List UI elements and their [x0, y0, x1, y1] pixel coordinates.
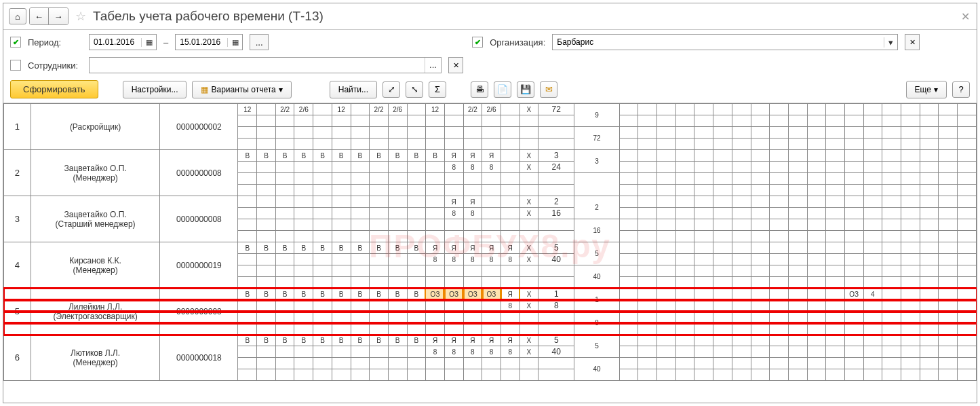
extra-cell[interactable] [675, 312, 694, 323]
extra-cell[interactable] [694, 254, 713, 265]
day-cell[interactable]: Я [501, 242, 520, 254]
day-cell[interactable] [275, 139, 294, 150]
more-button[interactable]: Еще ▾ [906, 81, 947, 98]
day-cell[interactable] [426, 277, 445, 289]
day-cell[interactable] [294, 358, 313, 369]
day-cell[interactable] [444, 185, 463, 196]
extra-cell[interactable] [844, 277, 863, 289]
day-cell[interactable] [351, 185, 370, 196]
extra-cell[interactable] [901, 277, 920, 289]
day-cell[interactable] [351, 219, 370, 231]
day-cell[interactable]: 8 [501, 300, 520, 312]
extra-cell[interactable] [788, 173, 807, 185]
extra-cell[interactable] [657, 358, 676, 369]
day-cell[interactable] [463, 173, 482, 185]
day-cell[interactable] [520, 265, 538, 277]
extra-cell[interactable] [826, 358, 845, 369]
day-cell[interactable] [388, 115, 407, 127]
extra-cell[interactable] [694, 219, 713, 231]
day-cell[interactable] [370, 346, 389, 358]
extra-cell[interactable] [863, 139, 882, 150]
extra-cell[interactable] [732, 185, 751, 196]
extra-cell[interactable] [863, 196, 882, 208]
day-cell[interactable]: В [313, 289, 332, 300]
day-cell[interactable]: 2/2 [463, 104, 482, 115]
extra-cell[interactable] [882, 277, 901, 289]
extra-cell[interactable] [920, 219, 939, 231]
extra-cell[interactable] [807, 185, 826, 196]
day-cell[interactable]: В [407, 335, 426, 346]
extra-cell[interactable] [882, 289, 901, 300]
day-cell[interactable] [313, 208, 332, 219]
extra-cell[interactable] [732, 335, 751, 346]
extra-cell[interactable] [882, 312, 901, 323]
extra-cell[interactable] [939, 208, 958, 219]
extra-cell[interactable] [920, 196, 939, 208]
extra-cell[interactable] [788, 335, 807, 346]
extra-cell[interactable] [770, 162, 789, 173]
day-cell[interactable]: В [388, 150, 407, 162]
day-cell[interactable] [275, 185, 294, 196]
extra-cell[interactable] [957, 104, 976, 115]
day-cell[interactable] [463, 127, 482, 139]
extra-cell[interactable] [751, 162, 770, 173]
day-cell[interactable]: Я [463, 242, 482, 254]
day-cell[interactable]: В [388, 242, 407, 254]
day-cell[interactable]: В [275, 150, 294, 162]
extra-cell[interactable] [844, 358, 863, 369]
day-cell[interactable] [444, 265, 463, 277]
day-cell[interactable] [520, 323, 538, 335]
day-cell[interactable]: В [294, 150, 313, 162]
day-cell[interactable]: 12 [426, 104, 445, 115]
day-cell[interactable] [388, 369, 407, 381]
day-cell[interactable]: 12 [238, 104, 257, 115]
day-cell[interactable] [351, 115, 370, 127]
extra-cell[interactable] [713, 219, 732, 231]
day-cell[interactable] [275, 358, 294, 369]
preview-icon[interactable]: 📄 [494, 81, 511, 98]
day-cell[interactable] [370, 139, 389, 150]
extra-cell[interactable] [826, 208, 845, 219]
extra-cell[interactable] [901, 185, 920, 196]
day-cell[interactable] [463, 219, 482, 231]
extra-cell[interactable] [863, 254, 882, 265]
extra-cell[interactable] [882, 208, 901, 219]
extra-cell[interactable] [957, 323, 976, 335]
day-cell[interactable]: В [388, 335, 407, 346]
day-cell[interactable] [407, 196, 426, 208]
extra-cell[interactable] [863, 185, 882, 196]
day-cell[interactable] [238, 115, 257, 127]
extra-cell[interactable] [920, 323, 939, 335]
day-cell[interactable] [332, 254, 351, 265]
day-cell[interactable] [463, 139, 482, 150]
extra-cell[interactable] [751, 242, 770, 254]
day-cell[interactable] [426, 162, 445, 173]
day-cell[interactable] [370, 312, 389, 323]
day-cell[interactable] [313, 219, 332, 231]
extra-cell[interactable] [751, 208, 770, 219]
extra-cell[interactable] [882, 139, 901, 150]
extra-cell[interactable] [807, 242, 826, 254]
day-cell[interactable]: 8 [482, 162, 501, 173]
day-cell[interactable] [501, 323, 520, 335]
day-cell[interactable] [501, 173, 520, 185]
extra-cell[interactable] [844, 369, 863, 381]
extra-cell[interactable] [901, 346, 920, 358]
extra-cell[interactable] [863, 346, 882, 358]
day-cell[interactable]: В [351, 150, 370, 162]
extra-cell[interactable] [619, 139, 638, 150]
day-cell[interactable] [351, 231, 370, 242]
extra-cell[interactable] [957, 335, 976, 346]
extra-cell[interactable] [957, 196, 976, 208]
extra-cell[interactable] [826, 104, 845, 115]
day-cell[interactable]: 2/6 [482, 104, 501, 115]
extra-cell[interactable] [788, 289, 807, 300]
extra-cell[interactable] [788, 208, 807, 219]
extra-cell[interactable] [939, 162, 958, 173]
extra-cell[interactable] [957, 265, 976, 277]
extra-cell[interactable] [675, 289, 694, 300]
extra-cell[interactable] [713, 358, 732, 369]
extra-cell[interactable] [901, 104, 920, 115]
extra-cell[interactable] [920, 346, 939, 358]
day-cell[interactable]: Х [520, 162, 538, 173]
